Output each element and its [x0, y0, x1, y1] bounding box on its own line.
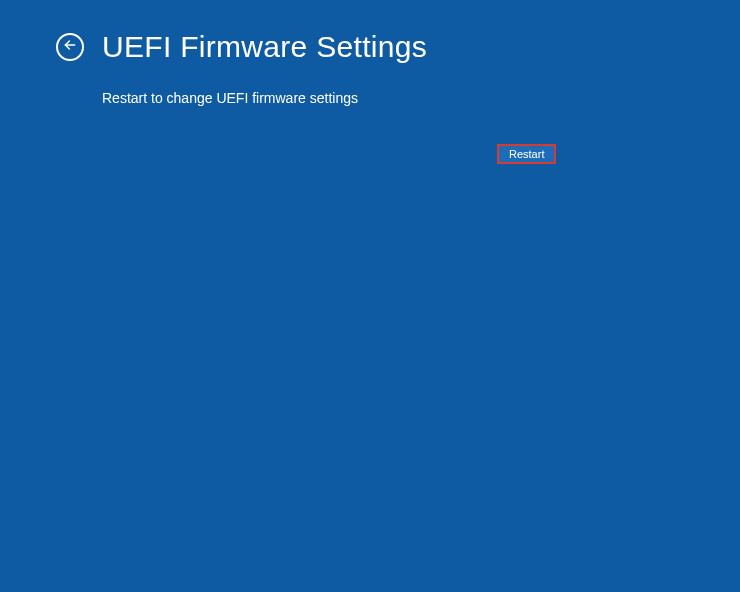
- restart-button[interactable]: Restart: [497, 144, 556, 164]
- page-subtitle: Restart to change UEFI firmware settings: [102, 90, 740, 106]
- back-button[interactable]: [56, 33, 84, 61]
- page-title: UEFI Firmware Settings: [102, 30, 427, 64]
- arrow-left-icon: [63, 38, 77, 56]
